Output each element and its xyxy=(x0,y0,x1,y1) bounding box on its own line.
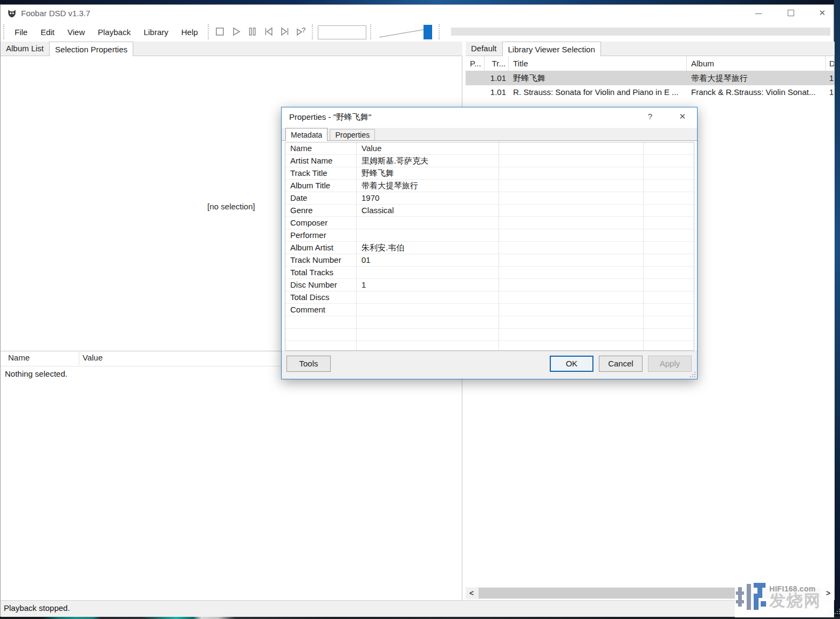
stop-button[interactable] xyxy=(213,25,227,39)
apply-button: Apply xyxy=(648,356,692,372)
metadata-row[interactable]: Performer xyxy=(285,229,694,242)
scroll-right-button[interactable]: > xyxy=(822,587,834,599)
dialog-help-button[interactable]: ? xyxy=(639,107,661,126)
properties-dialog: Properties - "野蜂飞舞" ? ✕ Metadata Propert… xyxy=(281,107,698,379)
seek-bar[interactable] xyxy=(451,28,830,36)
close-button[interactable]: ✕ xyxy=(813,6,831,20)
volume-slider[interactable] xyxy=(378,24,434,40)
previous-button[interactable] xyxy=(262,25,276,39)
next-button[interactable] xyxy=(278,25,292,39)
menu-edit[interactable]: Edit xyxy=(34,28,61,37)
metadata-empty-row[interactable] xyxy=(285,341,694,351)
column-header-name[interactable]: Name xyxy=(285,142,357,154)
field-name: Album Title xyxy=(285,180,357,192)
field-value[interactable] xyxy=(357,229,499,241)
menu-library[interactable]: Library xyxy=(137,28,175,37)
desktop-background-strip-right xyxy=(834,0,840,619)
table-row[interactable]: 1.01R. Strauss: Sonata for Violin and Pi… xyxy=(466,85,835,99)
field-name: Total Discs xyxy=(285,291,357,303)
toolbar-separator xyxy=(208,24,209,39)
menu-file[interactable]: File xyxy=(8,28,34,37)
column-divider[interactable] xyxy=(79,352,79,365)
field-value[interactable] xyxy=(357,217,499,229)
library-table-header: P... Tr... Title Album D... xyxy=(466,56,835,71)
dialog-title-bar[interactable]: Properties - "野蜂飞舞" ? ✕ xyxy=(282,107,697,128)
random-button[interactable]: ? xyxy=(294,25,308,39)
toolbar-combobox[interactable] xyxy=(318,25,366,39)
tab-selection-properties[interactable]: Selection Properties xyxy=(49,42,133,56)
metadata-row[interactable]: Composer xyxy=(285,217,694,229)
metadata-row[interactable]: Track Number01 xyxy=(285,254,694,267)
dialog-close-button[interactable]: ✕ xyxy=(671,107,694,126)
field-name xyxy=(285,329,357,341)
field-value[interactable]: 01 xyxy=(357,254,499,266)
field-value[interactable] xyxy=(357,291,499,303)
menu-help[interactable]: Help xyxy=(175,28,204,37)
desktop-background-strip xyxy=(0,0,840,4)
metadata-empty-row[interactable] xyxy=(285,316,694,329)
cancel-button[interactable]: Cancel xyxy=(599,356,643,372)
metadata-row[interactable]: Total Discs xyxy=(285,291,694,304)
maximize-button[interactable] xyxy=(782,6,800,20)
tab-metadata[interactable]: Metadata xyxy=(285,128,327,141)
field-value[interactable] xyxy=(357,304,499,316)
cell-tr: 1.01 xyxy=(484,85,509,99)
next-icon xyxy=(278,25,291,38)
scroll-left-button[interactable]: < xyxy=(466,587,477,599)
tab-library-viewer-selection[interactable]: Library Viewer Selection xyxy=(502,42,601,56)
field-value[interactable] xyxy=(357,316,499,328)
column-header-date[interactable]: D... xyxy=(826,56,835,71)
dialog-footer: Tools OK Cancel Apply xyxy=(282,351,697,379)
menu-view[interactable]: View xyxy=(61,28,91,37)
field-value[interactable]: Classical xyxy=(357,205,499,216)
column-header-album[interactable]: Album xyxy=(687,56,826,71)
metadata-row[interactable]: Album Artist朱利安.韦伯 xyxy=(285,242,694,254)
column-header-value[interactable]: Value xyxy=(357,142,499,154)
pause-button[interactable] xyxy=(245,25,259,39)
play-button[interactable] xyxy=(229,25,243,39)
table-row[interactable]: 1.01野蜂飞舞带着大提琴旅行1 xyxy=(466,71,835,85)
tab-default[interactable]: Default xyxy=(466,42,502,56)
metadata-row[interactable]: Comment xyxy=(285,304,694,316)
right-tab-strip: Default Library Viewer Selection xyxy=(466,42,835,56)
field-value[interactable]: 朱利安.韦伯 xyxy=(357,242,499,254)
metadata-row[interactable]: Artist Name里姆斯基.哥萨克夫 xyxy=(285,155,694,167)
column-header-playing[interactable]: P... xyxy=(466,56,484,71)
tab-properties[interactable]: Properties xyxy=(330,129,375,140)
toolbar-separator xyxy=(370,24,371,39)
menu-playback[interactable]: Playback xyxy=(91,28,137,37)
column-header-value[interactable]: Value xyxy=(83,353,103,362)
field-value[interactable]: 1 xyxy=(357,279,499,291)
window-title: Foobar DSD v1.3.7 xyxy=(21,9,90,18)
play-icon xyxy=(230,25,243,38)
field-value[interactable] xyxy=(357,341,499,351)
metadata-row[interactable]: Disc Number1 xyxy=(285,279,694,291)
dialog-resize-grip[interactable] xyxy=(690,372,695,377)
field-value[interactable] xyxy=(357,267,499,278)
field-value[interactable]: 野蜂飞舞 xyxy=(357,167,499,179)
column-header-track[interactable]: Tr... xyxy=(484,56,509,71)
metadata-row[interactable]: Total Tracks xyxy=(285,267,694,279)
field-value[interactable] xyxy=(357,329,499,341)
random-icon: ? xyxy=(295,25,308,38)
metadata-row[interactable]: Track Title野蜂飞舞 xyxy=(285,167,694,180)
field-value[interactable]: 里姆斯基.哥萨克夫 xyxy=(357,155,499,167)
title-bar[interactable]: Foobar DSD v1.3.7 ✕ xyxy=(1,5,834,22)
field-value[interactable]: 1970 xyxy=(357,192,499,204)
toolbar-separator xyxy=(312,24,313,39)
minimize-button[interactable] xyxy=(749,6,768,20)
tools-button[interactable]: Tools xyxy=(286,356,331,372)
status-bar: Playback stopped. xyxy=(1,600,834,617)
metadata-row[interactable]: Album Title带着大提琴旅行 xyxy=(285,180,694,192)
metadata-row[interactable]: GenreClassical xyxy=(285,205,694,217)
metadata-empty-row[interactable] xyxy=(285,329,694,341)
field-value[interactable]: 带着大提琴旅行 xyxy=(357,180,499,192)
column-header-title[interactable]: Title xyxy=(509,56,687,71)
tab-album-list[interactable]: Album List xyxy=(1,42,49,56)
column-header-name[interactable]: Name xyxy=(8,353,30,362)
cell-p xyxy=(466,71,484,85)
metadata-row[interactable]: Date1970 xyxy=(285,192,694,205)
library-table-body: 1.01野蜂飞舞带着大提琴旅行11.01R. Strauss: Sonata f… xyxy=(466,71,835,99)
ok-button[interactable]: OK xyxy=(550,356,593,372)
toolbar-drag-handle[interactable] xyxy=(3,24,4,39)
